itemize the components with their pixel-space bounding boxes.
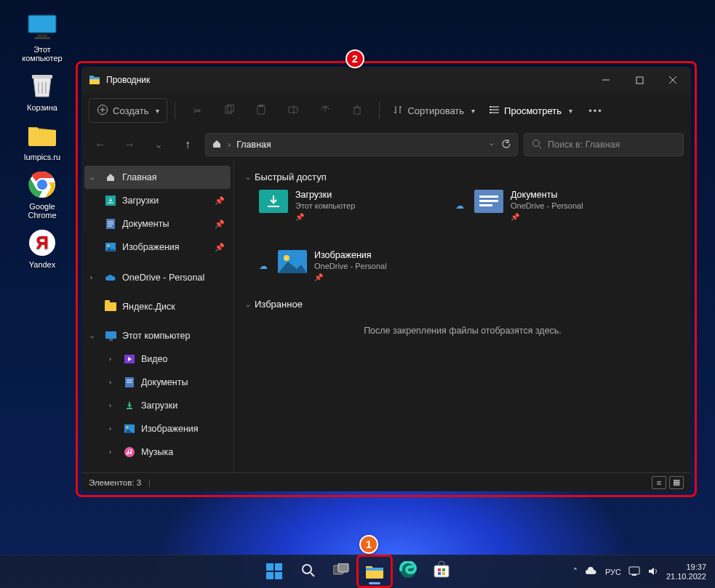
desktop-icon-yandex[interactable]: Я Yandex [13,228,71,269]
sidebar-item-label: Яндекс.Диск [122,302,175,312]
svg-rect-64 [275,572,282,579]
tray-overflow-button[interactable]: ˄ [573,567,578,577]
breadcrumb-item[interactable]: Главная [236,140,271,150]
desktop-icon-lumpics[interactable]: lumpics.ru [13,121,71,161]
delete-button[interactable] [343,98,372,123]
monitor-icon [105,330,116,342]
svg-rect-0 [28,15,56,33]
quick-access-documents[interactable]: ☁ ДокументыOneDrive - Personal📌 [455,190,608,221]
group-title: Избранное [255,299,303,310]
copy-button[interactable] [215,98,244,123]
network-icon[interactable] [628,566,640,578]
taskbar-store[interactable] [427,557,456,585]
more-button[interactable]: ••• [581,98,610,123]
sidebar-item-documents2[interactable]: ›Документы [84,371,231,394]
chevron-right-icon: › [109,425,118,432]
start-button[interactable] [260,557,289,585]
picture-icon [105,241,116,253]
taskbar-edge[interactable] [394,557,423,585]
sort-button[interactable]: Сортировать ▾ [387,98,481,123]
share-button[interactable] [311,98,340,123]
chevron-down-icon[interactable]: ⌵ [490,139,494,151]
address-bar[interactable]: › Главная ⌵ [205,133,518,156]
cut-button[interactable]: ✂ [183,98,212,123]
paste-button[interactable] [247,98,276,123]
sidebar-item-label: Главная [122,172,157,182]
svg-rect-68 [338,563,348,572]
documents-folder-icon [474,190,503,213]
tiles-view-button[interactable]: ▦ [669,476,684,489]
group-title: Быстрый доступ [255,172,327,182]
group-header-favorites[interactable]: ⌵Избранное [246,299,679,310]
item-count: Элементов: 3 [89,478,141,487]
view-icon [490,105,500,117]
annotation-badge-2: 2 [345,49,364,68]
sidebar-item-pictures[interactable]: Изображения📌 [84,235,231,259]
svg-rect-63 [266,572,273,579]
music-icon [124,446,135,458]
desktop-icon-label: Yandex [29,260,56,269]
svg-rect-45 [109,339,113,341]
chevron-down-icon: ⌵ [90,174,99,181]
details-view-button[interactable]: ≡ [652,476,666,489]
sidebar-item-onedrive[interactable]: ›OneDrive - Personal [84,266,231,289]
status-bar: Элементов: 3 | ≡ ▦ [81,472,691,491]
recent-locations-button[interactable]: ⌵ [147,134,170,156]
titlebar[interactable]: Проводник [81,67,691,93]
chevron-right-icon: › [109,379,118,386]
volume-icon[interactable] [647,566,659,578]
maximize-button[interactable] [623,67,656,93]
quick-access-downloads[interactable]: ЗагрузкиЭтот компьютер📌 [259,190,412,221]
svg-rect-4 [32,75,52,78]
sidebar-item-downloads2[interactable]: ›Загрузки [84,394,231,417]
rename-button[interactable] [279,98,308,123]
back-button[interactable]: ← [89,134,112,156]
sidebar-item-music[interactable]: ›Музыка [84,440,231,464]
svg-rect-44 [105,331,116,339]
monitor-icon [26,13,58,42]
trash-icon [351,104,363,118]
yandex-icon: Я [26,228,58,257]
onedrive-tray-icon[interactable] [585,567,598,577]
sidebar-item-home[interactable]: ⌵Главная [84,166,231,189]
desktop-icon-recycle-bin[interactable]: Корзина [13,71,71,112]
taskbar-search[interactable] [293,557,322,585]
minimize-button[interactable] [589,67,623,93]
content-pane: ⌵Быстрый доступ ЗагрузкиЭтот компьютер📌 … [234,161,691,472]
svg-point-43 [108,245,110,247]
desktop-icon-chrome[interactable]: Google Chrome [13,170,71,220]
svg-rect-3 [34,37,50,39]
sidebar-item-downloads[interactable]: Загрузки📌 [84,189,231,212]
group-header-quick-access[interactable]: ⌵Быстрый доступ [246,172,679,182]
folder-icon [105,301,116,313]
quick-access-pictures[interactable]: ☁ ИзображенияOneDrive - Personal📌 [259,250,412,281]
sidebar-item-videos[interactable]: ›Видео [84,347,231,371]
taskbar: ˄ РУС 19:37 21.10.2022 [0,555,715,588]
sidebar-item-label: Изображения [141,424,199,434]
arrow-up-icon: ↑ [185,138,191,151]
pin-icon: 📌 [215,220,225,229]
svg-rect-26 [354,108,360,114]
sidebar-item-this-pc[interactable]: ⌵Этот компьютер [84,324,231,347]
sidebar-item-yandex-disk[interactable]: Яндекс.Диск [84,295,231,318]
sidebar-item-documents[interactable]: Документы📌 [84,212,231,235]
forward-button[interactable]: → [118,134,141,156]
taskbar-file-explorer[interactable] [360,557,389,585]
close-button[interactable] [656,67,690,93]
card-subtitle: OneDrive - Personal [511,201,583,210]
clock[interactable]: 19:37 21.10.2022 [666,563,706,581]
refresh-button[interactable] [501,139,511,151]
new-button[interactable]: Создать ▾ [89,98,167,123]
breadcrumb-separator: › [228,140,231,150]
svg-rect-58 [479,204,492,206]
navigation-row: ← → ⌵ ↑ › Главная ⌵ Поиск в: Главная [81,128,691,161]
search-box[interactable]: Поиск в: Главная [524,133,684,156]
view-button[interactable]: Просмотреть ▾ [484,98,578,123]
svg-point-34 [490,112,491,113]
up-button[interactable]: ↑ [176,134,199,156]
chevron-down-icon: ▾ [569,107,572,115]
sidebar-item-pictures2[interactable]: ›Изображения [84,417,231,440]
desktop-icon-this-pc[interactable]: Этот компьютер [13,13,71,63]
task-view-button[interactable] [327,557,356,585]
language-indicator[interactable]: РУС [605,568,621,576]
